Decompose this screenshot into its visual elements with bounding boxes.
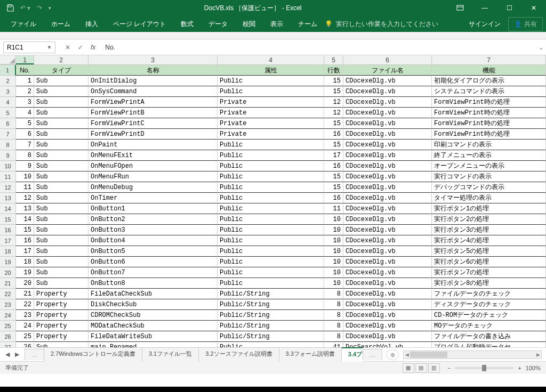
cell[interactable]: ファイルデータの書き込み bbox=[432, 331, 546, 342]
maximize-button[interactable]: ☐ bbox=[497, 0, 521, 16]
row-header[interactable]: 15 bbox=[0, 214, 16, 225]
cell[interactable]: Private bbox=[218, 118, 324, 129]
table-row[interactable]: 65SubFormViewPrintCPrivate15CDocexeDlg.v… bbox=[0, 118, 546, 129]
cell[interactable]: Sub bbox=[34, 161, 89, 172]
cell[interactable]: OnMenuDebug bbox=[89, 182, 218, 193]
sheet-tab[interactable]: 3.4プロシージャー一覧 bbox=[341, 347, 363, 362]
cell[interactable]: 実行ボタン6の処理 bbox=[432, 257, 546, 267]
row-header[interactable]: 17 bbox=[0, 235, 16, 246]
cell[interactable]: Public/String bbox=[218, 299, 324, 310]
cell[interactable]: CDocexeDlg.vb bbox=[343, 321, 432, 331]
column-header-cell[interactable]: 属性 bbox=[218, 65, 324, 76]
cell[interactable]: Public bbox=[218, 267, 324, 278]
scroll-left-icon[interactable]: ◀ bbox=[404, 351, 410, 358]
cell[interactable]: CDocexeDlg.vb bbox=[343, 299, 432, 310]
cell[interactable]: DocSearchVol.vb bbox=[343, 342, 432, 347]
scroll-thumb[interactable] bbox=[410, 352, 447, 358]
cell[interactable]: 8 bbox=[324, 310, 343, 321]
cell[interactable]: OnButton5 bbox=[89, 246, 218, 257]
cell[interactable]: 終了メニューの表示 bbox=[432, 150, 546, 161]
cell[interactable]: オープンメニューの表示 bbox=[432, 161, 546, 172]
cell[interactable]: 10 bbox=[16, 172, 34, 182]
col-header[interactable]: 3 bbox=[89, 55, 218, 64]
cell[interactable]: タイマー処理の表示 bbox=[432, 193, 546, 203]
cell[interactable]: 15 bbox=[16, 225, 34, 235]
cell[interactable]: CDocexeDlg.vb bbox=[343, 129, 432, 140]
ribbon-display-options-icon[interactable] bbox=[448, 0, 472, 16]
cell[interactable]: MODataCheckSub bbox=[89, 321, 218, 331]
cell[interactable]: CDocexeDlg.vb bbox=[343, 278, 432, 289]
cell[interactable]: main_Renamed bbox=[89, 342, 218, 347]
ribbon-tab[interactable]: ページ レイアウト bbox=[106, 16, 173, 32]
cell[interactable]: Sub bbox=[34, 257, 89, 267]
cell[interactable]: OnInitDialog bbox=[89, 76, 218, 86]
cell[interactable]: Public bbox=[218, 235, 324, 246]
table-row[interactable]: 2524PropertyMODataCheckSubPublic/String8… bbox=[0, 321, 546, 331]
cell[interactable]: OnButton3 bbox=[89, 225, 218, 235]
row-header[interactable]: 20 bbox=[0, 267, 16, 278]
horizontal-scrollbar[interactable]: ◀ ▶ bbox=[403, 350, 542, 359]
sheet-tab-overflow-right[interactable]: … bbox=[363, 349, 382, 360]
cell[interactable]: 15 bbox=[324, 140, 343, 150]
sheet-tab[interactable]: 3.3フォーム説明書 bbox=[279, 347, 342, 362]
minimize-button[interactable]: — bbox=[472, 0, 497, 16]
table-row[interactable]: 1211SubOnMenuDebugPublic15CDocexeDlg.vbデ… bbox=[0, 182, 546, 193]
cell[interactable]: 10 bbox=[324, 214, 343, 225]
table-row[interactable]: 1110SubOnMenuFRunPublic15CDocexeDlg.vb実行… bbox=[0, 172, 546, 182]
ribbon-tab[interactable]: 表示 bbox=[263, 16, 291, 32]
cell[interactable]: Public/String bbox=[218, 331, 324, 342]
cell[interactable]: CDocexeDlg.vb bbox=[343, 97, 432, 108]
cell[interactable]: 2 bbox=[16, 86, 34, 97]
cell[interactable]: 10 bbox=[324, 235, 343, 246]
cell[interactable]: Public bbox=[218, 246, 324, 257]
cell[interactable]: 8 bbox=[16, 150, 34, 161]
cell[interactable]: Public bbox=[218, 140, 324, 150]
cell[interactable]: 8 bbox=[324, 331, 343, 342]
row-header[interactable]: 26 bbox=[0, 331, 16, 342]
ribbon-tab[interactable]: 挿入 bbox=[78, 16, 106, 32]
cell[interactable]: 19 bbox=[16, 267, 34, 278]
cell[interactable]: Public bbox=[218, 150, 324, 161]
signin-link[interactable]: サインイン bbox=[461, 20, 508, 29]
cell[interactable]: OnButton2 bbox=[89, 214, 218, 225]
worksheet-grid[interactable]: 1 2 3 4 5 6 7 1No.タイプ名称属性行数ファイル名機能21SubO… bbox=[0, 55, 546, 347]
cell[interactable]: Sub bbox=[34, 182, 89, 193]
cell[interactable]: Sub bbox=[34, 108, 89, 118]
table-row[interactable]: 2726Submain_RenamedPublic41DocSearchVol.… bbox=[0, 342, 546, 347]
cell[interactable]: 18 bbox=[16, 257, 34, 267]
cell[interactable]: CDocexeDlg.vb bbox=[343, 118, 432, 129]
cell[interactable]: 9 bbox=[16, 161, 34, 172]
scroll-right-icon[interactable]: ▶ bbox=[535, 351, 541, 358]
sheet-tab[interactable]: 2.7Windowsコントロール定義書 bbox=[44, 347, 142, 362]
enter-formula-icon[interactable]: ✓ bbox=[78, 44, 83, 51]
row-header[interactable]: 10 bbox=[0, 161, 16, 172]
cell[interactable]: FormViewPrint時の処理 bbox=[432, 108, 546, 118]
table-row[interactable]: 2120SubOnButton8Public10CDocexeDlg.vb実行ボ… bbox=[0, 278, 546, 289]
table-row[interactable]: 2423PropertyCDROMCheckSubPublic/String8C… bbox=[0, 310, 546, 321]
cell[interactable]: 16 bbox=[16, 235, 34, 246]
cell[interactable]: Sub bbox=[34, 129, 89, 140]
col-header[interactable]: 4 bbox=[218, 55, 324, 64]
cell[interactable]: 8 bbox=[324, 299, 343, 310]
ribbon-tab[interactable]: チーム bbox=[291, 16, 325, 32]
cell[interactable]: Public bbox=[218, 257, 324, 267]
table-row[interactable]: 1615SubOnButton3Public10CDocexeDlg.vb実行ボ… bbox=[0, 225, 546, 235]
fx-icon[interactable]: fx bbox=[91, 44, 95, 51]
table-row[interactable]: 2221PropertyFileDataCheckSubPublic/Strin… bbox=[0, 289, 546, 299]
cell[interactable]: OnMenuFOpen bbox=[89, 161, 218, 172]
cell[interactable]: CDocexeDlg.vb bbox=[343, 257, 432, 267]
table-row[interactable]: 76SubFormViewPrintDPrivate16CDocexeDlg.v… bbox=[0, 129, 546, 140]
cell[interactable]: 12 bbox=[324, 97, 343, 108]
table-row[interactable]: 54SubFormViewPrintBPrivate12CDocexeDlg.v… bbox=[0, 108, 546, 118]
cell[interactable]: プログラム起動時データセ bbox=[432, 342, 546, 347]
cell[interactable]: CDocexeDlg.vb bbox=[343, 267, 432, 278]
cell[interactable]: CDocexeDlg.vb bbox=[343, 246, 432, 257]
cell[interactable]: MOデータのチェック bbox=[432, 321, 546, 331]
cell[interactable]: Sub bbox=[34, 150, 89, 161]
ribbon-tab[interactable]: データ bbox=[201, 16, 235, 32]
row-header[interactable]: 22 bbox=[0, 289, 16, 299]
cell[interactable]: Sub bbox=[34, 193, 89, 203]
cell[interactable]: Public bbox=[218, 214, 324, 225]
cell[interactable]: Sub bbox=[34, 86, 89, 97]
cell[interactable]: Sub bbox=[34, 342, 89, 347]
